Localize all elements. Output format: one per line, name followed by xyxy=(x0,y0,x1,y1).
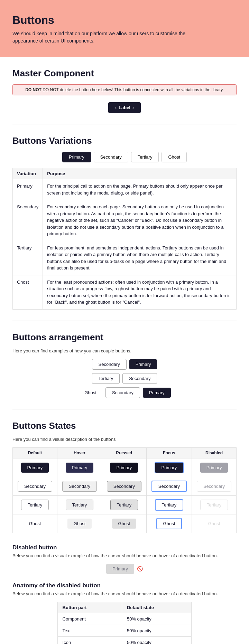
table-row: Primary For the principal call to action… xyxy=(13,179,237,200)
secondary-focus-btn[interactable]: Secondary xyxy=(151,481,187,492)
states-section: Buttons States Here you can find a visua… xyxy=(0,409,249,544)
tab-tertiary[interactable]: Tertiary xyxy=(131,152,159,162)
ghost-disabled-btn: Ghost xyxy=(202,519,227,529)
table-row: Secondary Secondary Secondary Secondary … xyxy=(13,477,237,495)
anatomy-col-state: Default state xyxy=(122,602,191,613)
arr-row-1: Secondary Primary xyxy=(92,359,157,370)
tertiary-default-btn[interactable]: Tertiary xyxy=(21,500,49,510)
disabled-desc: Below you can find a visual example of h… xyxy=(12,553,237,558)
arr-secondary-btn-3[interactable]: Secondary xyxy=(105,387,140,398)
state-tertiary-default: Tertiary xyxy=(13,495,57,514)
state-primary-focus: Primary xyxy=(146,458,192,477)
arr-row-3: Ghost Secondary Primary xyxy=(78,387,171,398)
state-primary-hover: Primary xyxy=(57,458,102,477)
disabled-btn-wrap: Primary 🚫 xyxy=(12,564,237,574)
states-desc: Here you can find a visual description o… xyxy=(12,437,237,442)
state-ghost-hover: Ghost xyxy=(57,514,102,533)
ghost-hover-btn[interactable]: Ghost xyxy=(67,519,92,529)
arrangement-desc: Here you can find examples of how you ca… xyxy=(12,348,237,353)
arr-ghost-btn[interactable]: Ghost xyxy=(78,388,103,398)
anatomy-section: Anatomy of the disabled button Below you… xyxy=(0,582,249,644)
arr-primary-btn[interactable]: Primary xyxy=(129,359,157,369)
variation-purpose-secondary: For secondary actions on each page. Seco… xyxy=(43,200,237,241)
states-col-hover: Hover xyxy=(57,447,102,458)
tab-ghost[interactable]: Ghost xyxy=(162,152,187,162)
state-tertiary-focus: Tertiary xyxy=(146,495,192,514)
anatomy-text: Text xyxy=(57,625,122,636)
anatomy-title: Anatomy of the disabled button xyxy=(12,582,237,589)
states-col-pressed: Pressed xyxy=(102,447,146,458)
anatomy-desc: Below you can find a visual example of h… xyxy=(12,591,237,596)
disabled-demo-btn: Primary xyxy=(106,564,134,574)
arrangement-section: Buttons arrangement Here you can find ex… xyxy=(0,321,249,409)
ghost-default-btn[interactable]: Ghost xyxy=(23,519,47,529)
ghost-focus-btn[interactable]: Ghost xyxy=(156,518,182,529)
page-title: Buttons xyxy=(12,14,237,27)
table-row: Component 50% opacity xyxy=(57,613,192,625)
state-secondary-hover: Secondary xyxy=(57,477,102,495)
tab-secondary[interactable]: Secondary xyxy=(94,152,128,162)
state-tertiary-hover: Tertiary xyxy=(57,495,102,514)
warning-bar: DO NOT DO NOT delete the button here bel… xyxy=(12,84,237,95)
master-component-section: Master Component DO NOT DO NOT delete th… xyxy=(0,57,249,124)
table-row: Ghost Ghost Ghost Ghost Ghost xyxy=(13,514,237,533)
no-entry-icon: 🚫 xyxy=(137,566,143,571)
primary-default-btn[interactable]: Primary xyxy=(21,463,49,473)
table-row: Ghost For the least pronounced actions; … xyxy=(13,275,237,309)
arr-tertiary-btn[interactable]: Tertiary xyxy=(92,373,120,384)
arr-secondary-btn-2[interactable]: Secondary xyxy=(122,373,157,384)
variation-name-ghost: Ghost xyxy=(13,275,43,309)
variation-purpose-primary: For the principal call to action on the … xyxy=(43,179,237,200)
disabled-section: Disabled button Below you can find a vis… xyxy=(0,544,249,582)
master-component-title: Master Component xyxy=(12,68,237,79)
anatomy-component: Component xyxy=(57,613,122,625)
variations-title: Buttons Variations xyxy=(12,135,237,146)
states-col-focus: Focus xyxy=(146,447,192,458)
state-primary-pressed: Primary xyxy=(102,458,146,477)
arrangement-title: Buttons arrangement xyxy=(12,332,237,343)
primary-focus-btn[interactable]: Primary xyxy=(155,462,184,473)
tertiary-focus-btn[interactable]: Tertiary xyxy=(155,499,184,511)
secondary-disabled-btn: Secondary xyxy=(197,481,231,492)
state-primary-default: Primary xyxy=(13,458,57,477)
variations-section: Buttons Variations Primary Secondary Ter… xyxy=(0,124,249,321)
chevron-right-icon: › xyxy=(132,105,134,110)
variation-name-secondary: Secondary xyxy=(13,200,43,241)
table-row: Icon 50% opacity xyxy=(57,636,192,644)
disabled-title: Disabled button xyxy=(12,544,237,551)
state-secondary-disabled: Secondary xyxy=(192,477,237,495)
table-row: Secondary For secondary actions on each … xyxy=(13,200,237,241)
primary-pressed-btn[interactable]: Primary xyxy=(110,463,138,473)
state-tertiary-pressed: Tertiary xyxy=(102,495,146,514)
state-secondary-focus: Secondary xyxy=(146,477,192,495)
ghost-pressed-btn[interactable]: Ghost xyxy=(112,519,137,529)
anatomy-table: Button part Default state Component 50% … xyxy=(57,602,192,644)
arr-primary-btn-2[interactable]: Primary xyxy=(143,388,171,398)
secondary-hover-btn[interactable]: Secondary xyxy=(62,481,97,492)
tab-primary[interactable]: Primary xyxy=(62,152,91,162)
state-ghost-focus: Ghost xyxy=(146,514,192,533)
state-primary-disabled: Primary xyxy=(192,458,237,477)
variation-purpose-ghost: For the least pronounced actions; often … xyxy=(43,275,237,309)
tertiary-pressed-btn[interactable]: Tertiary xyxy=(110,500,138,510)
master-button[interactable]: ‹ Label › xyxy=(108,102,141,113)
states-col-default: Default xyxy=(13,447,57,458)
variation-table: Variation Purpose Primary For the princi… xyxy=(12,168,237,310)
col-header-purpose: Purpose xyxy=(43,168,237,179)
arr-secondary-btn[interactable]: Secondary xyxy=(92,359,127,370)
hero-description: We should keep in mind that on our platf… xyxy=(12,30,206,45)
arr-row-2: Tertiary Secondary xyxy=(92,373,157,384)
arrangement-rows: Secondary Primary Tertiary Secondary Gho… xyxy=(12,359,237,398)
state-secondary-default: Secondary xyxy=(13,477,57,495)
secondary-pressed-btn[interactable]: Secondary xyxy=(107,481,141,492)
state-tertiary-disabled: Tertiary xyxy=(192,495,237,514)
tertiary-hover-btn[interactable]: Tertiary xyxy=(66,500,94,510)
anatomy-component-state: 50% opacity xyxy=(122,613,191,625)
table-row: Primary Primary Primary Primary Primary xyxy=(13,458,237,477)
anatomy-col-part: Button part xyxy=(57,602,122,613)
variation-tabs: Primary Secondary Tertiary Ghost xyxy=(12,152,237,162)
chevron-left-icon: ‹ xyxy=(115,105,117,110)
states-table: Default Hover Pressed Focus Disabled Pri… xyxy=(12,447,237,533)
secondary-default-btn[interactable]: Secondary xyxy=(18,481,52,492)
primary-hover-btn[interactable]: Primary xyxy=(66,463,94,473)
